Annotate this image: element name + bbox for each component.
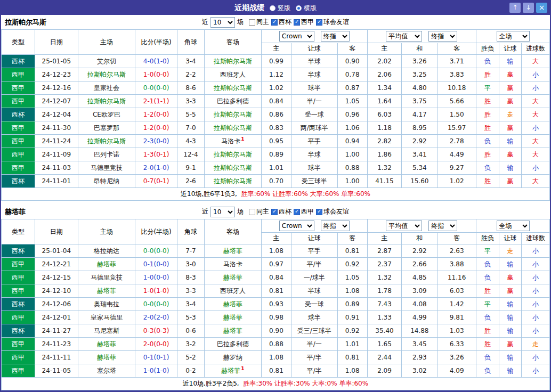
match-count-select[interactable]: 10 — [210, 207, 235, 217]
away-team[interactable]: 赫塔菲 — [204, 324, 261, 338]
subcol-avg-draw: 和 — [402, 43, 437, 55]
scroll-up-button[interactable]: ↑ — [509, 3, 521, 13]
result-handicap: 赢 — [499, 68, 522, 81]
avg-draw-odds: 2.92 — [402, 244, 437, 258]
away-team[interactable]: 赫塔菲 — [204, 311, 261, 324]
home-team[interactable]: 马德里竞技 — [78, 271, 135, 284]
filter-same-home[interactable]: 同主 — [249, 207, 269, 216]
home-team[interactable]: 拉斯帕尔马斯 — [78, 135, 135, 148]
home-team[interactable]: 艾尔切 — [78, 55, 135, 68]
away-team[interactable]: 拉斯帕尔马斯 — [204, 161, 261, 175]
average-select[interactable]: 平均值 — [386, 31, 422, 42]
league-type-cell: 西甲 — [2, 121, 35, 135]
away-team[interactable]: 赫塔菲 — [204, 298, 261, 311]
result-winloss: 胜 — [476, 338, 499, 351]
away-team[interactable]: 拉斯帕尔马斯 — [204, 148, 261, 161]
subcol-avg-away: 客 — [437, 233, 476, 244]
away-team[interactable]: 西班牙人 — [204, 284, 261, 298]
home-team[interactable]: 塞尔塔 — [78, 364, 135, 378]
filter-friendly[interactable]: 球会友谊 — [316, 207, 349, 216]
home-team[interactable]: 巴列卡诺 — [78, 148, 135, 161]
away-team[interactable]: 拉斯帕尔马斯 — [204, 121, 261, 135]
away-team[interactable]: 马洛卡 — [204, 258, 261, 271]
avg-home-odds: 2.02 — [367, 55, 402, 68]
average-time-select[interactable]: 终指 — [428, 31, 457, 42]
handicap-line: 半球 — [291, 284, 337, 298]
handicap-line: 受三球半 — [291, 175, 337, 188]
away-team[interactable]: 赫塔菲1 — [204, 364, 261, 378]
handicap-line: 球半 — [291, 311, 337, 324]
match-row: 西甲 24-12-10 赫塔菲 1-0(1-0) 3-3 西班牙人 0.81 半… — [2, 284, 550, 298]
home-team-name: 巴列卡诺 — [94, 151, 119, 158]
subcol-handicap-line: 让球 — [291, 233, 337, 244]
avg-away-odds: 1.50 — [437, 108, 476, 121]
home-team[interactable]: 马德里竞技 — [78, 161, 135, 175]
avg-away-odds: 1.02 — [437, 175, 476, 188]
away-team[interactable]: 西班牙人 — [204, 68, 261, 81]
close-button[interactable]: × — [536, 3, 547, 13]
scroll-down-button[interactable]: ↓ — [523, 3, 534, 13]
home-team[interactable]: 皇家社会 — [78, 81, 135, 95]
home-team[interactable]: 马尼塞斯 — [78, 324, 135, 338]
fullmatch-select[interactable]: 全场 — [497, 220, 530, 231]
home-team[interactable]: 昂特尼纳 — [78, 175, 135, 188]
away-team[interactable]: 马洛卡1 — [204, 135, 261, 148]
away-team[interactable]: 拉斯帕尔马斯 — [204, 55, 261, 68]
home-team[interactable]: 格拉纳达 — [78, 244, 135, 258]
result-goals: 小 — [522, 311, 550, 324]
handicap-time-select[interactable]: 终指 — [321, 220, 350, 231]
home-team[interactable]: CE欧罗巴 — [78, 108, 135, 121]
home-team[interactable]: 奥瑞韦拉 — [78, 298, 135, 311]
home-team[interactable]: 皇家马德里 — [78, 311, 135, 324]
match-count-select[interactable]: 10 — [210, 17, 235, 28]
avg-away-odds: 3.83 — [437, 68, 476, 81]
filter-bar: 拉斯帕尔马斯 近 10 场 同主 西杯 西甲 球会友谊 — [1, 15, 550, 29]
away-team[interactable]: 赫罗纳 — [204, 351, 261, 364]
home-team[interactable]: 巴塞罗那 — [78, 121, 135, 135]
match-row: 西杯 24-12-04 CE欧罗巴 1-2(0-0) 5-5 拉斯帕尔马斯 0.… — [2, 108, 550, 121]
layout-radio-horizontal[interactable]: 横版 — [296, 4, 317, 13]
match-row: 西甲 24-12-15 马德里竞技 1-0(0-0) 8-3 赫塔菲 0.84 … — [2, 271, 550, 284]
filter-copa[interactable]: 西杯 — [271, 18, 291, 27]
match-date: 24-11-09 — [35, 148, 78, 161]
corner-cell: 8-3 — [177, 271, 205, 284]
home-team[interactable]: 拉斯帕尔马斯 — [78, 95, 135, 108]
filter-laliga[interactable]: 西甲 — [294, 207, 314, 216]
handicap-line: 平/半 — [291, 351, 337, 364]
col-corner: 角球 — [177, 219, 205, 244]
away-team[interactable]: 巴拉多利德 — [204, 95, 261, 108]
home-team[interactable]: 赫塔菲 — [78, 351, 135, 364]
corner-cell: 3-4 — [177, 298, 205, 311]
result-goals: 大 — [522, 108, 550, 121]
layout-radio-vertical[interactable]: 竖版 — [270, 4, 290, 13]
home-team[interactable]: 拉斯帕尔马斯 — [78, 68, 135, 81]
checkbox-label: 同主 — [256, 18, 269, 27]
away-team[interactable]: 巴拉多利德 — [204, 338, 261, 351]
match-date: 24-12-04 — [35, 108, 78, 121]
filter-same-home[interactable]: 同主 — [249, 18, 269, 27]
handicap-time-select[interactable]: 终指 — [321, 31, 350, 42]
away-team-name: 赫塔菲 — [223, 327, 242, 334]
match-date: 24-11-01 — [35, 175, 78, 188]
fullmatch-select[interactable]: 全场 — [497, 31, 530, 42]
away-team[interactable]: 赫塔菲 — [204, 244, 261, 258]
away-team[interactable]: 拉斯帕尔马斯 — [204, 175, 261, 188]
home-team[interactable]: 赫塔菲 — [78, 284, 135, 298]
filter-laliga[interactable]: 西甲 — [294, 18, 314, 27]
home-team[interactable]: 赫塔菲 — [78, 338, 135, 351]
away-team[interactable]: 拉斯帕尔马斯 — [204, 81, 261, 95]
handicap-home-odds: 0.81 — [262, 364, 291, 378]
bookmaker-select[interactable]: Crown — [279, 31, 314, 42]
summary-row: 近10场,胜6平1负3, 胜率:60% 让胜率:60% 大率:60% 单率:60… — [2, 188, 550, 201]
home-team[interactable]: 赫塔菲 — [78, 258, 135, 271]
team-name: 赫塔菲 — [5, 207, 26, 217]
filter-friendly[interactable]: 球会友谊 — [316, 18, 349, 27]
away-team[interactable]: 赫塔菲 — [204, 271, 261, 284]
home-team-name: 拉斯帕尔马斯 — [87, 71, 126, 78]
average-time-select[interactable]: 终指 — [428, 220, 457, 231]
bookmaker-select[interactable]: Crown — [279, 220, 314, 231]
avg-draw-odds: 2.92 — [402, 135, 437, 148]
away-team[interactable]: 拉斯帕尔马斯 — [204, 108, 261, 121]
average-select[interactable]: 平均值 — [386, 220, 422, 231]
filter-copa[interactable]: 西杯 — [271, 207, 291, 216]
